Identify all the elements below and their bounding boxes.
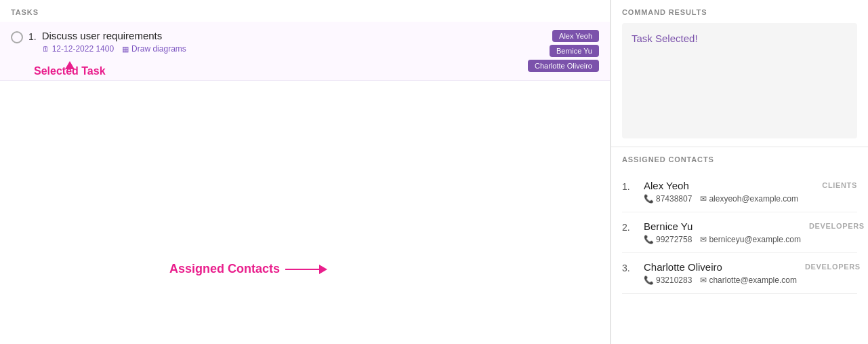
tag-charlotte: Charlotte Oliveiro [528,60,599,72]
contact-info: Alex Yeoh 📞 87438807 ✉ alexyeoh@example.… [644,180,814,204]
email-address: charlotte@example.com [709,275,797,285]
task-tags: Alex Yeoh Bernice Yu Charlotte Oliveiro [528,30,599,72]
contact-name: Alex Yeoh [644,180,814,191]
contact-row[interactable]: 1. Alex Yeoh 📞 87438807 ✉ alexyeoh@examp… [622,172,857,212]
email-address: berniceyu@example.com [709,235,801,244]
contact-role: CLIENTS [822,180,857,189]
annotation-assigned-contacts: Assigned Contacts [169,262,327,276]
assigned-contacts-section: ASSIGNED CONTACTS 1. Alex Yeoh 📞 8743880… [611,147,868,344]
email-icon: ✉ [700,194,707,204]
email-address: alexyeoh@example.com [709,194,798,204]
tag-alex: Alex Yeoh [552,30,599,42]
tasks-section-label: TASKS [0,0,610,22]
contact-row[interactable]: 2. Bernice Yu 📞 99272758 ✉ berniceyu@exa… [622,212,857,253]
contact-info: Charlotte Oliveiro 📞 93210283 ✉ charlott… [644,261,797,285]
contact-number: 3. [622,261,636,273]
email-icon: ✉ [700,235,707,244]
contact-role: DEVELOPERS [805,261,861,271]
task-title: Discuss user requirements [42,30,528,41]
command-result-text: Task Selected! [632,33,848,44]
contact-phone: 📞 99272758 [644,235,692,244]
grid-icon: ▦ [122,45,129,54]
annotation-selected-task: Selected Task [34,61,106,77]
arrow-shaft-horizontal [285,269,319,270]
contact-number: 2. [622,221,636,233]
task-number: 1. [28,31,37,42]
task-linked: ▦ Draw diagrams [122,44,186,54]
contact-phone: 📞 93210283 [644,275,692,285]
contact-phone: 📞 87438807 [644,194,692,204]
contact-email: ✉ alexyeoh@example.com [700,194,798,204]
phone-number: 99272758 [656,235,692,244]
contact-details: 📞 99272758 ✉ berniceyu@example.com [644,235,801,244]
task-content: Discuss user requirements 🗓 12-12-2022 1… [42,30,528,54]
annotation-assigned-label: Assigned Contacts [169,262,280,276]
task-date: 🗓 12-12-2022 1400 [42,44,114,54]
phone-icon: 📞 [644,194,654,204]
assigned-contacts-label: ASSIGNED CONTACTS [622,155,857,164]
annotation-right-arrow [285,265,327,274]
right-panel: COMMAND RESULTS Task Selected! ASSIGNED … [611,0,868,344]
annotation-selected-label: Selected Task [34,65,106,77]
tag-bernice: Bernice Yu [550,45,599,57]
phone-number: 93210283 [656,275,692,285]
contact-details: 📞 93210283 ✉ charlotte@example.com [644,275,797,285]
contact-number: 1. [622,180,636,192]
contact-name: Bernice Yu [644,221,801,232]
contact-row[interactable]: 3. Charlotte Oliveiro 📞 93210283 ✉ charl… [622,253,857,294]
phone-icon: 📞 [644,235,654,244]
task-meta: 🗓 12-12-2022 1400 ▦ Draw diagrams [42,44,528,54]
phone-number: 87438807 [656,194,692,204]
command-results-section: COMMAND RESULTS Task Selected! [611,0,868,147]
arrow-head-right [319,265,327,274]
contact-name: Charlotte Oliveiro [644,261,797,273]
task-radio[interactable] [11,31,23,43]
contact-email: ✉ charlotte@example.com [700,275,797,285]
contacts-list: 1. Alex Yeoh 📞 87438807 ✉ alexyeoh@examp… [622,172,857,294]
contact-email: ✉ berniceyu@example.com [700,235,801,244]
calendar-icon: 🗓 [42,45,49,53]
contact-role: DEVELOPERS [809,221,865,230]
command-results-box: Task Selected! [622,23,857,138]
email-icon: ✉ [700,275,707,285]
contact-info: Bernice Yu 📞 99272758 ✉ berniceyu@exampl… [644,221,801,244]
contact-details: 📞 87438807 ✉ alexyeoh@example.com [644,194,814,204]
command-results-label: COMMAND RESULTS [622,8,857,16]
phone-icon: 📞 [644,275,654,285]
left-panel: TASKS 1. Discuss user requirements 🗓 12-… [0,0,611,344]
